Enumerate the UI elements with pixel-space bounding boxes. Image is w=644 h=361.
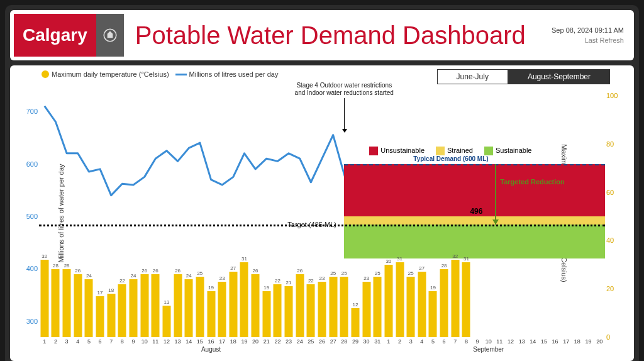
typical-demand-label: Typical Demand (600 ML) <box>413 155 488 163</box>
x-tick: 20 <box>596 338 602 345</box>
temperature-bar-label: 19 <box>208 285 214 291</box>
x-tick: 21 <box>264 338 270 345</box>
x-tick: 17 <box>563 338 569 345</box>
legend-temp: Maximum daily temperature (°Celsius) <box>52 70 169 78</box>
temperature-bar-label: 30 <box>386 258 391 264</box>
y-left-tick: 700 <box>23 108 38 115</box>
temperature-bar-label: 28 <box>53 263 58 269</box>
x-tick: 2 <box>398 338 401 345</box>
temperature-bar <box>174 274 182 337</box>
x-tick: 22 <box>274 338 280 345</box>
temperature-bar <box>96 296 104 337</box>
page-title: Potable Water Demand Dashboard <box>124 21 552 50</box>
temperature-bar-label: 26 <box>153 268 158 274</box>
x-tick: 5 <box>431 338 435 345</box>
temperature-bar-label: 22 <box>275 278 280 284</box>
temperature-bar <box>384 265 392 337</box>
x-tick: 3 <box>65 338 69 345</box>
y-right-tick: 40 <box>606 236 621 244</box>
temperature-bar-label: 23 <box>319 275 325 281</box>
y-right-tick: 100 <box>606 92 621 99</box>
x-tick: 30 <box>364 338 370 345</box>
temperature-bar <box>207 291 215 337</box>
x-tick: 2 <box>54 338 57 345</box>
header: Calgary Potable Water Demand Dashboard S… <box>10 10 634 60</box>
temperature-bar <box>407 277 415 337</box>
stage4-annotation: Stage 4 Outdoor water restrictionsand In… <box>287 82 401 97</box>
x-tick: 10 <box>142 338 148 345</box>
x-tick: 7 <box>109 338 113 345</box>
x-tick: 19 <box>241 338 247 345</box>
x-tick: 23 <box>286 338 292 345</box>
temperature-bar <box>307 284 315 337</box>
stage4-arrow <box>344 98 345 132</box>
tab-august-september[interactable]: August-September <box>508 69 610 84</box>
temperature-bar <box>107 294 115 337</box>
y-left-tick: 600 <box>23 160 38 168</box>
temperature-bar-label: 31 <box>242 256 247 262</box>
x-tick: 27 <box>330 338 336 345</box>
x-tick: 25 <box>308 338 314 345</box>
temperature-bar-label: 17 <box>97 290 103 296</box>
temperature-bar <box>130 279 138 337</box>
x-tick: 7 <box>453 338 457 345</box>
y-left-tick: 400 <box>23 265 38 272</box>
x-tick: 9 <box>131 338 135 345</box>
target-label: Target (485 ML) <box>287 221 336 229</box>
legend-usage: Millions of litres used per day <box>189 70 279 78</box>
x-tick: 18 <box>230 338 236 345</box>
temperature-bar <box>252 274 260 337</box>
crest-icon <box>96 14 124 57</box>
temperature-bar <box>296 274 304 337</box>
x-tick: 28 <box>341 338 347 345</box>
temperature-bar <box>351 308 359 337</box>
temperature-bar <box>218 282 226 337</box>
temperature-bar <box>318 282 326 337</box>
band-sustainable <box>344 225 605 258</box>
x-tick: 31 <box>374 338 380 345</box>
temperature-bar-label: 19 <box>430 285 436 291</box>
temperature-bar-label: 12 <box>352 302 358 308</box>
temperature-bar <box>152 274 160 337</box>
x-tick: 13 <box>519 338 525 345</box>
x-tick: 5 <box>87 338 91 345</box>
temperature-bar-label: 21 <box>286 280 292 286</box>
temperature-bar <box>240 262 248 337</box>
x-tick: 26 <box>319 338 325 345</box>
temperature-bar-label: 22 <box>308 278 314 284</box>
x-tick: 19 <box>586 338 592 345</box>
y-right-tick: 20 <box>606 285 621 292</box>
temperature-bar <box>196 277 204 337</box>
temperature-bar <box>40 260 48 337</box>
x-tick: 15 <box>541 338 547 345</box>
temperature-bar-label: 25 <box>341 270 347 276</box>
temperature-bar <box>118 284 126 337</box>
temperature-bar <box>340 277 348 337</box>
temperature-bar-label: 28 <box>441 263 447 269</box>
temperature-bar-label: 18 <box>108 287 114 293</box>
temperature-bar-label: 13 <box>164 299 169 305</box>
temperature-bar <box>374 277 382 337</box>
temperature-bar <box>185 279 193 337</box>
x-tick: 6 <box>99 338 102 345</box>
targeted-reduction-arrow <box>495 164 496 225</box>
x-tick: 11 <box>152 338 158 345</box>
temperature-bar <box>140 274 148 337</box>
x-tick: 12 <box>508 338 514 345</box>
chart-legend: Maximum daily temperature (°Celsius) Mil… <box>35 70 278 78</box>
x-tick: 3 <box>409 338 413 345</box>
timestamp: Sep 08, 2024 09:11 AM <box>552 26 624 34</box>
temp-swatch-icon <box>42 70 49 78</box>
x-tick: 16 <box>552 338 558 345</box>
x-tick: 9 <box>476 338 479 345</box>
temperature-bar-label: 27 <box>230 265 236 271</box>
temperature-bar <box>274 284 282 337</box>
temperature-bar-label: 26 <box>142 268 147 274</box>
temperature-bar <box>63 269 71 337</box>
temperature-bar <box>285 286 293 337</box>
y-left-tick: 300 <box>23 318 38 325</box>
temperature-bar-label: 24 <box>86 273 92 279</box>
temperature-bar <box>418 272 426 337</box>
x-tick: 10 <box>486 338 492 345</box>
tab-june-july[interactable]: June-July <box>437 69 508 84</box>
